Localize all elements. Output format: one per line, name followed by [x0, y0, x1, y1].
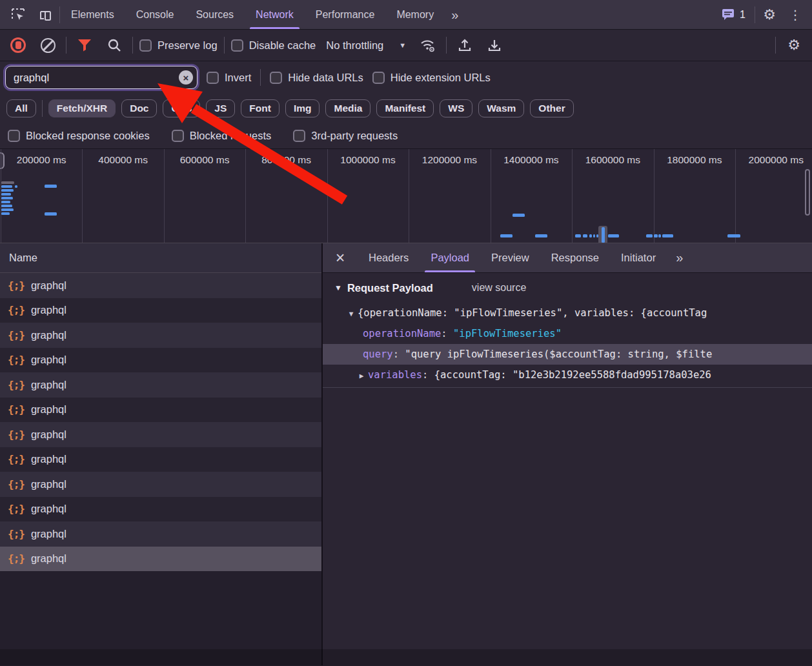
more-tabs-icon[interactable]: » [445, 8, 465, 21]
export-har-icon[interactable] [483, 34, 506, 56]
checkbox-label: 3rd-party requests [311, 130, 398, 142]
payload-row[interactable]: query: "query ipFlowTimeseries($accountT… [323, 344, 812, 365]
fetch-xhr-icon: {;} [8, 453, 25, 465]
chip-font[interactable]: Font [241, 99, 279, 117]
detail-tab-initiator[interactable]: Initiator [610, 243, 667, 272]
payload-tree: ▼{operationName: "ipFlowTimeseries", var… [323, 303, 812, 385]
request-row[interactable]: {;}graphql [0, 298, 321, 323]
tab-network[interactable]: Network [245, 0, 305, 29]
waterfall-bar [513, 214, 525, 217]
3rd-party-requests-checkbox[interactable]: 3rd-party requests [293, 130, 398, 142]
network-conditions-icon[interactable] [416, 34, 440, 56]
request-name: graphql [31, 528, 66, 540]
hide-data-urls-checkbox[interactable]: Hide data URLs [270, 72, 363, 84]
filter-icon[interactable] [73, 34, 96, 56]
detail-tab-preview[interactable]: Preview [480, 243, 540, 272]
timeline-tick-label: 600000 ms [164, 154, 245, 167]
waterfall-bar [1, 212, 10, 215]
chip-js[interactable]: JS [206, 99, 235, 117]
blocked-response-cookies-checkbox[interactable]: Blocked response cookies [8, 130, 150, 142]
request-row[interactable]: {;}graphql [0, 521, 321, 547]
chip-wasm[interactable]: Wasm [478, 99, 524, 117]
waterfall-bar [602, 227, 605, 243]
network-filter-row: × Invert Hide data URLs Hide extension U… [0, 61, 812, 94]
detail-tab-headers[interactable]: Headers [358, 243, 420, 272]
divider [260, 69, 261, 86]
more-detail-tabs-icon[interactable]: » [667, 243, 692, 272]
request-row[interactable]: {;}graphql [0, 398, 321, 423]
device-toolbar-icon[interactable] [34, 4, 57, 26]
waterfall-bar [658, 234, 661, 237]
chip-img[interactable]: Img [285, 99, 320, 117]
expanded-triangle-icon[interactable]: ▼ [345, 304, 358, 325]
request-name: graphql [31, 552, 66, 565]
network-settings-gear-icon[interactable]: ⚙ [782, 34, 806, 56]
chip-media[interactable]: Media [325, 99, 370, 117]
request-row[interactable]: {;}graphql [0, 422, 321, 447]
filter-input[interactable] [5, 66, 198, 89]
chip-manifest[interactable]: Manifest [376, 99, 434, 117]
timeline-tick-label: 800000 ms [245, 154, 327, 167]
clear-network-log-button[interactable] [36, 34, 59, 56]
payload-row[interactable]: ▶variables: {accountTag: "b12e3b2192ee55… [323, 365, 812, 385]
invert-checkbox[interactable]: Invert [207, 72, 251, 84]
request-payload-title: Request Payload [347, 282, 433, 294]
payload-row[interactable]: ▼{operationName: "ipFlowTimeseries", var… [323, 303, 812, 323]
preserve-log-checkbox[interactable]: Preserve log [139, 39, 218, 52]
collapse-triangle-icon[interactable]: ▼ [334, 283, 342, 292]
issues-counter[interactable]: 1 [715, 9, 752, 21]
timeline-tick-label: 1200000 ms [409, 154, 490, 167]
tab-sources[interactable]: Sources [185, 0, 245, 29]
clear-filter-icon[interactable]: × [179, 70, 193, 85]
waterfall-bar [1, 181, 14, 184]
fetch-xhr-icon: {;} [8, 379, 25, 391]
overview-scrollbar[interactable] [805, 169, 810, 216]
request-row[interactable]: {;}graphql [0, 372, 321, 398]
chip-other[interactable]: Other [530, 99, 573, 117]
request-name: graphql [31, 453, 66, 465]
view-source-link[interactable]: view source [472, 282, 526, 294]
chip-all[interactable]: All [6, 99, 36, 117]
payload-row[interactable]: operationName: "ipFlowTimeseries" [323, 323, 812, 344]
detail-tab-response[interactable]: Response [540, 243, 610, 272]
network-overview-timeline[interactable]: 200000 ms400000 ms600000 ms800000 ms1000… [0, 149, 812, 243]
record-network-log-button[interactable] [6, 34, 30, 56]
disable-cache-checkbox[interactable]: Disable cache [231, 39, 316, 52]
collapsed-triangle-icon[interactable]: ▶ [355, 366, 368, 385]
tab-elements[interactable]: Elements [60, 0, 125, 29]
request-row[interactable]: {;}graphql [0, 472, 321, 497]
search-icon[interactable] [103, 34, 126, 56]
settings-gear-icon[interactable]: ⚙ [758, 4, 781, 26]
close-details-icon[interactable]: × [323, 243, 358, 272]
checkbox [293, 130, 305, 142]
detail-tab-payload[interactable]: Payload [420, 243, 480, 272]
request-row[interactable]: {;}graphql [0, 348, 321, 373]
request-payload-header[interactable]: ▼ Request Payload view source [323, 273, 812, 303]
import-har-icon[interactable] [453, 34, 476, 56]
tab-performance[interactable]: Performance [305, 0, 386, 29]
waterfall-bar [1, 205, 12, 207]
tab-memory[interactable]: Memory [385, 0, 445, 29]
chip-css[interactable]: CSS [163, 99, 200, 117]
throttling-dropdown[interactable]: No throttling ▼ [322, 39, 410, 52]
name-column-header[interactable]: Name [0, 243, 321, 273]
blocked-requests-checkbox[interactable]: Blocked requests [172, 130, 272, 142]
request-name: graphql [31, 354, 66, 366]
request-row[interactable]: {;}graphql [0, 547, 321, 572]
waterfall-bar [589, 234, 592, 237]
chip-doc[interactable]: Doc [121, 99, 157, 117]
chevron-down-icon: ▼ [399, 41, 406, 49]
request-row[interactable]: {;}graphql [0, 273, 321, 298]
waterfall-bar [654, 234, 658, 237]
request-row[interactable]: {;}graphql [0, 447, 321, 472]
chip-fetch-xhr[interactable]: Fetch/XHR [48, 99, 116, 117]
chip-ws[interactable]: WS [440, 99, 472, 117]
divider [446, 37, 447, 54]
tab-console[interactable]: Console [125, 0, 185, 29]
inspect-element-icon[interactable] [6, 4, 30, 26]
request-row[interactable]: {;}graphql [0, 323, 321, 348]
kebab-menu-icon[interactable]: ⋮ [784, 4, 807, 26]
request-row[interactable]: {;}graphql [0, 497, 321, 522]
request-name: graphql [31, 279, 66, 292]
hide-extension-urls-checkbox[interactable]: Hide extension URLs [372, 72, 491, 84]
